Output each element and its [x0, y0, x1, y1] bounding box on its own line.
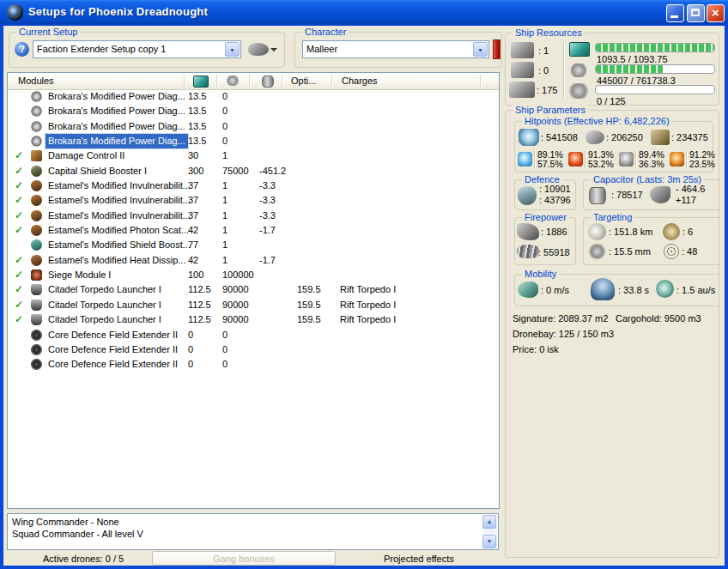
kinetic-resist-armor: 36.3%: [639, 159, 664, 169]
skill-alert-indicator: [493, 39, 500, 59]
column-modules[interactable]: Modules: [18, 76, 54, 86]
capacitor-icon: [589, 187, 606, 204]
gang-bonuses-button[interactable]: Gang bonuses: [152, 551, 336, 566]
dps-icon: [517, 245, 539, 258]
scroll-up-icon[interactable]: ▲: [482, 515, 496, 529]
module-row[interactable]: ✓Capital Shield Booster I30075000-451.2: [8, 164, 499, 179]
chevron-down-icon[interactable]: ▼: [473, 42, 488, 57]
mobility-group: Mobility : 0 m/s : 33.8 s : 1.5 au/s: [514, 274, 720, 306]
module-cpu-value: 13.5: [188, 104, 206, 118]
module-capacitor-value: -1.7: [259, 223, 276, 238]
close-button[interactable]: ×: [707, 4, 725, 22]
firepower-value-1: : 1886: [541, 227, 567, 237]
eft-window: Setups for Phoenix Dreadnought × Current…: [0, 0, 728, 569]
targeting-range-icon: [588, 223, 606, 240]
shield-hardener-icon: [31, 225, 42, 236]
module-name: Citadel Torpedo Launcher I: [46, 312, 164, 327]
armor-hp-value: : 206250: [606, 132, 643, 142]
dronebay-stat: Dronebay: 125 / 150 m3: [513, 329, 614, 339]
drone-usage-text: 0 / 125: [597, 96, 626, 106]
module-row[interactable]: Estamel's Modified Shield Boost...771: [8, 238, 499, 252]
active-check-icon: ✓: [15, 164, 27, 179]
chevron-down-icon[interactable]: ▼: [225, 42, 240, 57]
active-check-icon: ✓: [15, 253, 27, 268]
em-resist-armor: 57.5%: [537, 159, 563, 169]
shield-hardener-icon: [31, 210, 42, 221]
character-combobox[interactable]: Malleer ▼: [302, 40, 489, 58]
bonuses-textbox[interactable]: Wing Commander - None Squad Commander - …: [7, 513, 499, 550]
launcher-hardpoints-value: : 0: [538, 65, 549, 76]
hull-hp-icon: [651, 130, 670, 145]
setup-combobox[interactable]: Faction Extender Setup copy 1 ▼: [33, 40, 241, 58]
module-row[interactable]: ✓Estamel's Modified Invulnerabilit...371…: [8, 179, 499, 193]
signature-stat: Signature: 2089.37 m2: [513, 313, 608, 324]
active-check-icon: ✓: [15, 179, 27, 193]
module-cpu-value: 300: [188, 164, 203, 179]
module-capacitor-value: -3.3: [259, 179, 276, 193]
module-row[interactable]: Brokara's Modified Power Diag...13.50: [8, 119, 499, 134]
targeting-group: Targeting : 151.8 km : 6 : 15.5 mm : 48: [583, 217, 720, 265]
bonus-line: Wing Commander - None: [12, 517, 119, 527]
damage-control-icon: [31, 150, 42, 161]
module-powergrid-value: 1: [222, 193, 228, 208]
table-header: Modules Opti... Charges: [8, 73, 499, 90]
module-cpu-value: 42: [188, 253, 198, 268]
module-name: Citadel Torpedo Launcher I: [46, 298, 164, 312]
app-icon: [7, 4, 23, 21]
defence-shield-icon: [518, 186, 537, 205]
module-name: Estamel's Modified Heat Dissip...: [46, 253, 188, 268]
module-name: Core Defence Field Extender II: [46, 357, 180, 372]
module-row[interactable]: ✓Estamel's Modified Photon Scat...421-1.…: [8, 223, 499, 238]
hitpoints-label: Hitpoints (Effective HP: 6,482,226): [522, 116, 672, 126]
powergrid-column-icon[interactable]: [226, 76, 240, 86]
rig-icon: [31, 359, 42, 370]
power-diagnostic-icon: [31, 106, 42, 117]
module-row[interactable]: ✓Citadel Torpedo Launcher I112.590000159…: [8, 282, 499, 297]
character-group: Character Malleer ▼: [294, 32, 502, 68]
module-powergrid-value: 0: [222, 134, 228, 148]
firepower-value-2: : 55918: [538, 247, 570, 257]
module-row[interactable]: Brokara's Modified Power Diag...13.50: [8, 89, 499, 104]
column-optimal[interactable]: Opti...: [291, 76, 316, 86]
module-row[interactable]: ✓Citadel Torpedo Launcher I112.590000159…: [8, 298, 499, 312]
module-row[interactable]: Core Defence Field Extender II00: [8, 342, 499, 357]
speed-icon: [518, 281, 538, 298]
module-row[interactable]: Brokara's Modified Power Diag...13.50: [8, 104, 499, 118]
armor-hp-icon: [585, 130, 604, 144]
help-icon[interactable]: ?: [15, 42, 29, 57]
drone-bandwidth-icon: [567, 83, 590, 99]
shield-hardener-icon: [31, 180, 42, 191]
projected-effects-button[interactable]: Projected effects: [384, 554, 454, 564]
module-powergrid-value: 75000: [222, 164, 249, 179]
module-row[interactable]: ✓Estamel's Modified Invulnerabilit...371…: [8, 209, 499, 223]
module-row[interactable]: ✓Damage Control II301: [8, 148, 499, 163]
module-powergrid-value: 0: [222, 342, 228, 357]
cpu-icon: [569, 42, 590, 57]
module-row[interactable]: ✓Estamel's Modified Heat Dissip...421-1.…: [8, 253, 499, 268]
ship-menu-button[interactable]: [246, 41, 279, 59]
minimize-button[interactable]: [666, 4, 684, 22]
active-check-icon: ✓: [15, 209, 27, 223]
module-row[interactable]: ✓Siege Module I100100000: [8, 268, 499, 282]
module-row[interactable]: Core Defence Field Extender II00: [8, 328, 499, 342]
warp-speed-icon: [656, 280, 674, 298]
calibration-icon: [509, 82, 535, 98]
module-row[interactable]: ✓Citadel Torpedo Launcher I112.590000159…: [8, 312, 499, 327]
capacitor-column-icon[interactable]: [262, 76, 274, 88]
column-charges[interactable]: Charges: [342, 76, 378, 86]
module-name: Estamel's Modified Invulnerabilit...: [46, 209, 193, 223]
cpu-column-icon[interactable]: [193, 76, 209, 88]
module-row[interactable]: Core Defence Field Extender II00: [8, 357, 499, 372]
capacitor-delta: - 464.6: [676, 184, 705, 194]
maximize-button[interactable]: [687, 4, 705, 22]
warp-speed-value: : 1.5 au/s: [676, 285, 715, 295]
active-check-icon: ✓: [15, 298, 27, 312]
module-row[interactable]: ✓Estamel's Modified Invulnerabilit...371…: [8, 193, 499, 208]
module-row[interactable]: Brokara's Modified Power Diag...13.50: [8, 134, 499, 148]
scroll-down-icon[interactable]: ▼: [482, 535, 496, 548]
active-check-icon: ✓: [15, 312, 27, 327]
module-capacitor-value: -1.7: [259, 253, 276, 268]
scrollbar[interactable]: ▲ ▼: [482, 515, 497, 548]
targeting-range-value: : 151.8 km: [609, 227, 652, 237]
module-charge-value: Rift Torpedo I: [340, 298, 396, 312]
